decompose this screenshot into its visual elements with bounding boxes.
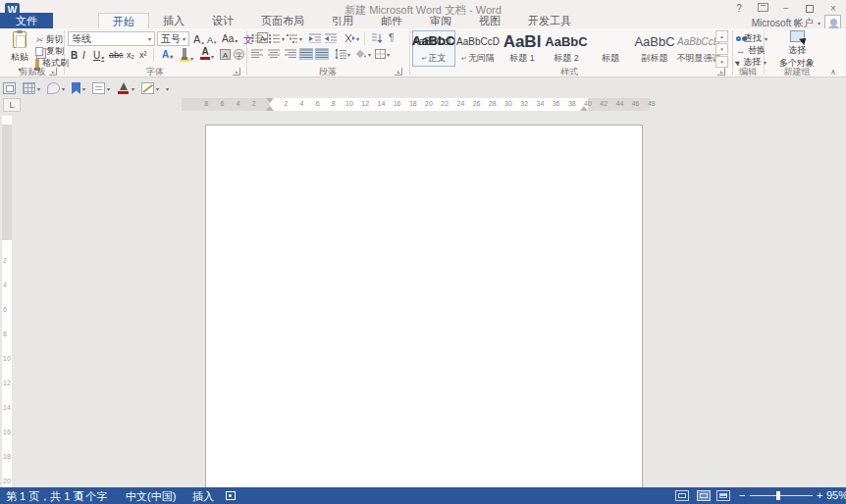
ruler-mark-left-4: 4 (237, 100, 240, 107)
asian-layout-button[interactable]: ▾ (344, 33, 359, 43)
chevron-down-icon: ▾ (156, 85, 159, 92)
clipboard-dialog-launcher[interactable] (49, 68, 57, 76)
collapse-ribbon-button[interactable]: ∧ (830, 68, 836, 76)
gallery-more-button[interactable]: ▾ (715, 56, 728, 68)
horizontal-ruler[interactable]: 8642246810121416182022242628303234363840… (182, 98, 650, 111)
grow-font-button[interactable]: A▴ (193, 33, 204, 45)
ribbon-display-options-button[interactable] (755, 2, 770, 15)
ribbon: 粘贴 ▾ ✂ 剪切 复制 格式刷 剪贴板 等线 ▾ 五号 ▾ A▴ A▾ Aa▾… (0, 28, 846, 77)
highlight-button[interactable]: ▾ (180, 48, 193, 62)
customize-button[interactable]: ▾ (166, 85, 169, 92)
ruler-mark-46: 46 (632, 100, 640, 107)
align-left-button[interactable] (251, 49, 263, 59)
insert-table-button[interactable]: ▾ (23, 82, 40, 94)
align-right-button[interactable] (285, 49, 296, 59)
zoom-slider[interactable] (750, 495, 813, 496)
tab-插入[interactable]: 插入 (149, 13, 198, 29)
text-effects-button[interactable]: A▾ (162, 49, 173, 60)
close-button[interactable]: × (825, 2, 841, 15)
document-page[interactable] (205, 125, 643, 487)
gallery-down-button[interactable]: ▾ (715, 43, 728, 55)
sort-button[interactable] (371, 33, 382, 43)
line-spacing-button[interactable]: ▾ (335, 49, 350, 59)
web-layout-button[interactable] (716, 490, 730, 501)
first-line-indent-marker[interactable] (266, 98, 274, 103)
print-layout-button[interactable] (697, 490, 711, 501)
bullets-button[interactable]: ▾ (251, 33, 267, 43)
shading-button[interactable]: ▾ (355, 49, 371, 59)
numbering-button[interactable]: ▾ (269, 33, 285, 43)
draw-table-button[interactable]: ▾ (141, 82, 159, 94)
shapes-button[interactable]: ▾ (47, 82, 65, 94)
italic-button[interactable]: I (82, 50, 85, 61)
superscript-button[interactable]: x² (139, 50, 147, 60)
language-indicator[interactable]: 中文(中国) (126, 489, 176, 504)
justify-button[interactable] (300, 49, 312, 59)
quick-access-toolbar: ▾▾▾▾▾▾▾ (3, 80, 169, 96)
styles-gallery-scroll: ▴ ▾ ▾ (715, 30, 728, 67)
page-indicator[interactable]: 第 1 页，共 1 页 (6, 489, 83, 504)
word-count[interactable]: 0 个字 (77, 489, 107, 504)
hanging-indent-marker[interactable] (266, 106, 274, 111)
restore-button[interactable] (802, 2, 818, 15)
gallery-up-button[interactable]: ▴ (715, 30, 728, 42)
minimize-button[interactable]: − (778, 2, 794, 15)
page-button[interactable]: ▾ (92, 82, 110, 94)
change-case-button[interactable]: Aa▾ (222, 33, 238, 44)
align-center-button[interactable] (268, 49, 280, 59)
tab-stop-selector[interactable]: L (3, 98, 21, 112)
switch-windows-button[interactable] (3, 82, 16, 94)
group-separator (732, 30, 733, 75)
increase-indent-button[interactable] (325, 33, 337, 43)
font-dialog-launcher[interactable] (233, 68, 240, 76)
strikethrough-button[interactable]: abc (109, 50, 124, 60)
tab-审阅[interactable]: 审阅 (416, 13, 465, 29)
zoom-in-button[interactable]: + (817, 489, 822, 501)
zoom-out-button[interactable]: − (739, 489, 745, 501)
character-shading-icon: A (220, 49, 231, 60)
font-name-combo[interactable]: 等线 ▾ (68, 31, 155, 46)
justify-icon (300, 49, 312, 59)
vertical-ruler[interactable]: 2468101214161820 (2, 116, 12, 487)
zoom-slider-thumb[interactable] (776, 491, 780, 500)
help-button[interactable]: ? (731, 2, 747, 15)
tab-设计[interactable]: 设计 (198, 13, 247, 29)
bold-button[interactable]: B (71, 50, 78, 61)
show-marks-button[interactable]: ¶ (389, 32, 394, 43)
ruler-mark-left-2: 2 (252, 100, 256, 107)
style-item-标题[interactable]: AaBbC标题 (589, 30, 632, 67)
vertical-ruler-mark-8: 8 (3, 330, 7, 337)
decrease-indent-button[interactable] (309, 33, 321, 43)
font-color-button[interactable]: ▾ (117, 82, 134, 94)
tab-引用[interactable]: 引用 (318, 13, 367, 29)
ruler-top-margin (2, 125, 12, 240)
tab-视图[interactable]: 视图 (465, 13, 514, 29)
tab-邮件[interactable]: 邮件 (367, 13, 416, 29)
chevron-down-icon: ▾ (107, 85, 110, 92)
vertical-ruler-mark-10: 10 (3, 355, 11, 362)
underline-button[interactable]: U▾ (93, 50, 104, 61)
font-color-button[interactable]: A ▾ (200, 48, 214, 60)
styles-dialog-launcher[interactable] (717, 68, 725, 76)
insert-mode-indicator[interactable]: 插入 (192, 489, 214, 504)
subscript-button[interactable]: x₂ (127, 50, 134, 60)
multilevel-list-button[interactable]: ▾ (287, 33, 302, 43)
character-shading-button[interactable]: A (220, 49, 231, 60)
styles-gallery: AaBbCcD↵正文AaBbCcD↵无间隔AaBl标题 1AaBbC标题 2Aa… (412, 30, 720, 67)
bookmark-button[interactable]: ▾ (72, 82, 85, 94)
enclose-characters-button[interactable]: 字 (234, 49, 244, 60)
tab-开发工具[interactable]: 开发工具 (514, 13, 585, 29)
tab-file[interactable]: 文件 (0, 13, 53, 29)
vertical-ruler-mark-20: 20 (3, 478, 11, 484)
italic-glyph: I (82, 50, 85, 61)
zoom-level[interactable]: 95% (826, 489, 846, 501)
font-size-combo[interactable]: 五号 ▾ (157, 31, 189, 46)
paragraph-dialog-launcher[interactable] (395, 68, 402, 76)
distribute-button[interactable] (316, 49, 328, 59)
read-mode-button[interactable] (675, 490, 689, 501)
shrink-font-button[interactable]: A▾ (207, 35, 217, 45)
borders-button[interactable]: ▾ (375, 49, 390, 59)
tab-页面布局[interactable]: 页面布局 (247, 13, 318, 29)
tab-开始[interactable]: 开始 (98, 13, 149, 29)
macro-record-icon[interactable] (226, 491, 236, 500)
